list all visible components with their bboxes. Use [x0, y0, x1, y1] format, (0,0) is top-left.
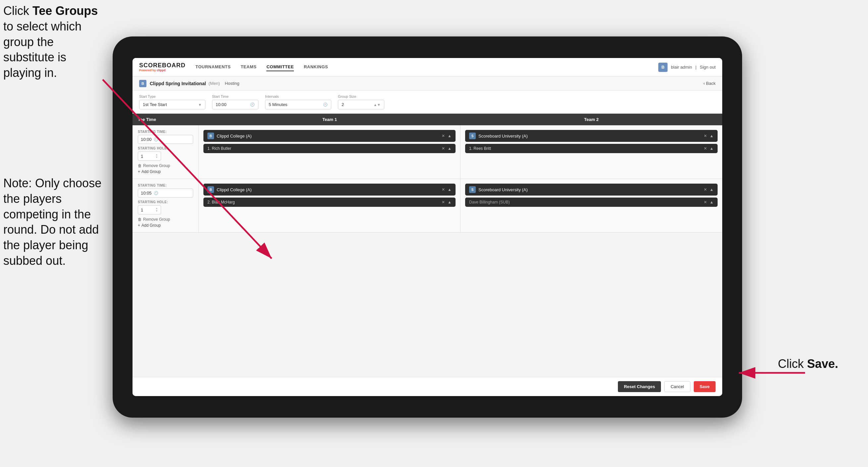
team2-card-2[interactable]: S Scoreboard University (A) ✕ ▲ [465, 184, 718, 196]
player2-name-1: 1. Rees Britt [469, 146, 701, 151]
remove-group-button-2[interactable]: 🗑Remove Group [138, 217, 193, 222]
team2-expand-icon[interactable]: ▲ [710, 134, 714, 138]
logo: SCOREBOARD Powered by clippd [139, 62, 186, 72]
team2-name-2: Scoreboard University (A) [478, 187, 701, 192]
team1-actions-2: ✕ ▲ [442, 187, 452, 192]
team2-card-1[interactable]: S Scoreboard University (A) ✕ ▲ [465, 130, 718, 142]
table-header: Tee Time Team 1 Team 2 [132, 114, 722, 125]
user-avatar: B [658, 63, 668, 72]
team1-name-1: Clippd College (A) [217, 134, 439, 139]
note-text: Note: Only choose the players competing … [3, 176, 113, 269]
player2-expand-icon[interactable]: ▲ [710, 146, 714, 151]
th-team1: Team 1 [199, 114, 461, 125]
player1-card-2[interactable]: 2. Blair McHarg ✕ ▲ [204, 198, 456, 207]
player2-close-icon[interactable]: ✕ [704, 146, 707, 151]
start-time-label: Start Time [212, 94, 258, 98]
intervals-input[interactable]: 5 Minutes 🕙 [265, 100, 331, 109]
team2-expand-icon-2[interactable]: ▲ [710, 187, 714, 192]
group-size-label: Group Size [338, 94, 384, 98]
team1-icon-1: B [207, 133, 214, 139]
start-type-input[interactable]: 1st Tee Start ▼ [139, 100, 206, 109]
team2-close-icon-2[interactable]: ✕ [704, 187, 707, 192]
starting-time-label-1: STARTING TIME: [138, 130, 193, 134]
player2-card-1[interactable]: 1. Rees Britt ✕ ▲ [465, 144, 718, 153]
team2-name-1: Scoreboard University (A) [478, 134, 701, 139]
team1-expand-icon-2[interactable]: ▲ [447, 187, 452, 192]
add-group-button-2[interactable]: +Add Group [138, 223, 193, 228]
th-tee-time: Tee Time [132, 114, 199, 125]
breadcrumb-hosting: Hosting [225, 81, 240, 86]
breadcrumb-bar: B Clippd Spring Invitational (Men) Hosti… [132, 77, 722, 90]
nav-links: TOURNAMENTS TEAMS COMMITTEE RANKINGS [195, 63, 658, 71]
team2-icon-1: S [469, 133, 476, 139]
save-button[interactable]: Save [694, 381, 716, 392]
cancel-button[interactable]: Cancel [664, 381, 690, 392]
starting-time-field-2[interactable]: 10:05 🕙 [138, 188, 193, 198]
time-col-2: STARTING TIME: 10:05 🕙 STARTING HOLE: 1 … [132, 179, 199, 232]
starting-hole-label-1: STARTING HOLE: [138, 146, 193, 150]
nav-rankings[interactable]: RANKINGS [304, 63, 328, 71]
breadcrumb-back[interactable]: ‹ Back [703, 81, 716, 86]
instructions-text: Click Tee Groups to select which group t… [3, 3, 106, 81]
th-team2: Team 2 [461, 114, 722, 125]
player2-actions-1: ✕ ▲ [704, 146, 714, 151]
table-row: STARTING TIME: 10:05 🕙 STARTING HOLE: 1 … [132, 179, 722, 233]
starting-time-field-1[interactable]: 10:00 🕙 [138, 135, 193, 144]
intervals-field: Intervals 5 Minutes 🕙 [265, 94, 331, 109]
player2-actions-2: ✕ ▲ [704, 200, 714, 204]
settings-row: Start Type 1st Tee Start ▼ Start Time 10… [132, 90, 722, 114]
logo-powered: Powered by clippd [139, 69, 186, 72]
starting-hole-label-2: STARTING HOLE: [138, 200, 193, 204]
team1-close-icon-2[interactable]: ✕ [442, 187, 445, 192]
tablet-device: SCOREBOARD Powered by clippd TOURNAMENTS… [113, 36, 742, 418]
team2-icon-2: S [469, 186, 476, 193]
action-bar: Reset Changes Cancel Save [132, 377, 722, 396]
player1-actions-2: ✕ ▲ [442, 200, 452, 204]
team2-col-1: S Scoreboard University (A) ✕ ▲ 1. Rees … [461, 125, 722, 179]
click-save-text: Click Save. [778, 357, 838, 371]
player1-expand-icon-2[interactable]: ▲ [447, 200, 452, 204]
team1-card-2[interactable]: B Clippd College (A) ✕ ▲ [204, 184, 456, 196]
nav-teams[interactable]: TEAMS [241, 63, 256, 71]
reset-changes-button[interactable]: Reset Changes [618, 381, 661, 392]
logo-text: SCOREBOARD [139, 62, 186, 68]
player1-close-icon-2[interactable]: ✕ [442, 200, 445, 204]
team2-col-2: S Scoreboard University (A) ✕ ▲ Dave Bil… [461, 179, 722, 232]
breadcrumb-tournament: Clippd Spring Invitational [150, 81, 206, 86]
start-time-input[interactable]: 10:00 🕙 [212, 100, 258, 109]
team2-close-icon[interactable]: ✕ [704, 134, 707, 138]
player1-expand-icon[interactable]: ▲ [447, 146, 452, 151]
breadcrumb-gender: (Men) [209, 81, 220, 86]
player2-card-2[interactable]: Dave Billingham (SUB) ✕ ▲ [465, 198, 718, 207]
sign-out-link[interactable]: Sign out [700, 65, 716, 69]
team1-name-2: Clippd College (A) [217, 187, 439, 192]
add-group-button-1[interactable]: +Add Group [138, 169, 193, 174]
player2-name-2: Dave Billingham (SUB) [469, 200, 701, 204]
team1-card-1[interactable]: B Clippd College (A) ✕ ▲ [204, 130, 456, 142]
team1-actions-1: ✕ ▲ [442, 134, 452, 138]
player1-close-icon[interactable]: ✕ [442, 146, 445, 151]
main-content: STARTING TIME: 10:00 🕙 STARTING HOLE: 1 … [132, 125, 722, 377]
player1-card-1[interactable]: 1. Rich Butler ✕ ▲ [204, 144, 456, 153]
player1-name-1: 1. Rich Butler [207, 146, 439, 151]
starting-time-label-2: STARTING TIME: [138, 184, 193, 187]
start-type-field: Start Type 1st Tee Start ▼ [139, 94, 206, 109]
breadcrumb-icon: B [139, 80, 147, 87]
team1-close-icon[interactable]: ✕ [442, 134, 445, 138]
starting-hole-field-2[interactable]: 1 ▲▼ [138, 205, 161, 214]
group-size-field: Group Size 2 ▲▼ [338, 94, 384, 109]
remove-group-button-1[interactable]: 🗑Remove Group [138, 164, 193, 168]
nav-separator: | [695, 65, 696, 69]
start-time-field: Start Time 10:00 🕙 [212, 94, 258, 109]
team2-actions-2: ✕ ▲ [704, 187, 714, 192]
starting-hole-field-1[interactable]: 1 ▲▼ [138, 151, 161, 161]
group-size-input[interactable]: 2 ▲▼ [338, 100, 384, 109]
team1-col-1: B Clippd College (A) ✕ ▲ 1. Rich Butler … [199, 125, 461, 179]
user-name: blair admin [671, 65, 692, 69]
team1-expand-icon[interactable]: ▲ [447, 134, 452, 138]
player2-expand-icon-2[interactable]: ▲ [710, 200, 714, 204]
team2-actions-1: ✕ ▲ [704, 134, 714, 138]
nav-committee[interactable]: COMMITTEE [266, 63, 294, 71]
player2-close-icon-2[interactable]: ✕ [704, 200, 707, 204]
nav-tournaments[interactable]: TOURNAMENTS [195, 63, 230, 71]
